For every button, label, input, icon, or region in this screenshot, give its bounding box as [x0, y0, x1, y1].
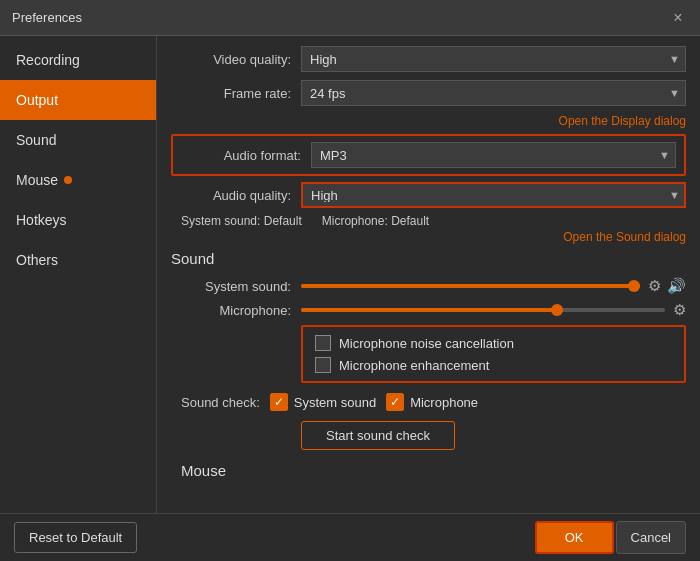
video-quality-select-wrapper: High ▼ [301, 46, 686, 72]
system-sound-slider-row: System sound: ⚙ 🔊 [171, 277, 686, 295]
sidebar-item-label: Others [16, 252, 58, 268]
open-sound-dialog-link[interactable]: Open the Sound dialog [171, 230, 686, 244]
speaker-icon[interactable]: 🔊 [667, 277, 686, 295]
main-area: Recording Output Sound Mouse Hotkeys Oth… [0, 36, 700, 513]
cancel-button[interactable]: Cancel [616, 521, 686, 554]
sidebar-item-others[interactable]: Others [0, 240, 156, 280]
system-sound-status-label: System sound: Default [181, 214, 302, 228]
audio-quality-select-wrapper: High ▼ [301, 182, 686, 208]
microphone-slider-label: Microphone: [171, 303, 291, 318]
system-sound-slider-track[interactable] [301, 284, 640, 288]
frame-rate-row: Frame rate: 24 fps ▼ [171, 80, 686, 106]
system-sound-slider-label: System sound: [171, 279, 291, 294]
sidebar: Recording Output Sound Mouse Hotkeys Oth… [0, 36, 157, 513]
audio-quality-label: Audio quality: [171, 188, 291, 203]
audio-quality-row: Audio quality: High ▼ [171, 182, 686, 208]
footer: Reset to Default OK Cancel [0, 513, 700, 561]
reset-to-default-button[interactable]: Reset to Default [14, 522, 137, 553]
sidebar-item-output[interactable]: Output [0, 80, 156, 120]
enhancement-label: Microphone enhancement [339, 358, 489, 373]
footer-buttons: OK Cancel [535, 521, 686, 554]
system-sound-slider-thumb [628, 280, 640, 292]
gear-icon[interactable]: ⚙ [648, 277, 661, 295]
microphone-slider-thumb [551, 304, 563, 316]
frame-rate-label: Frame rate: [171, 86, 291, 101]
system-sound-check-item: ✓ System sound [270, 393, 376, 411]
sidebar-item-label: Mouse [16, 172, 58, 188]
open-display-dialog-link[interactable]: Open the Display dialog [171, 114, 686, 128]
sidebar-item-label: Output [16, 92, 58, 108]
microphone-slider-row: Microphone: ⚙ [171, 301, 686, 319]
microphone-checked[interactable]: ✓ [386, 393, 404, 411]
ok-button[interactable]: OK [535, 521, 614, 554]
content-area: Video quality: High ▼ Frame rate: 24 fps… [157, 36, 700, 513]
gear-icon[interactable]: ⚙ [673, 301, 686, 319]
audio-quality-select[interactable]: High [301, 182, 686, 208]
audio-format-row: Audio format: MP3 ▼ [181, 142, 676, 168]
system-sound-check-label: System sound [294, 395, 376, 410]
video-quality-select[interactable]: High [301, 46, 686, 72]
noise-cancellation-row: Microphone noise cancellation [315, 335, 672, 351]
sidebar-item-hotkeys[interactable]: Hotkeys [0, 200, 156, 240]
preferences-window: Preferences × Recording Output Sound Mou… [0, 0, 700, 561]
sidebar-item-label: Recording [16, 52, 80, 68]
close-button[interactable]: × [668, 8, 688, 28]
noise-cancellation-label: Microphone noise cancellation [339, 336, 514, 351]
sidebar-item-mouse[interactable]: Mouse [0, 160, 156, 200]
frame-rate-select[interactable]: 24 fps [301, 80, 686, 106]
sidebar-item-label: Sound [16, 132, 56, 148]
start-sound-check-button[interactable]: Start sound check [301, 421, 455, 450]
audio-format-select[interactable]: MP3 [311, 142, 676, 168]
audio-format-select-wrapper: MP3 ▼ [311, 142, 676, 168]
sidebar-item-recording[interactable]: Recording [0, 40, 156, 80]
microphone-check-item: ✓ Microphone [386, 393, 478, 411]
sound-check-row: Sound check: ✓ System sound ✓ Microphone [181, 393, 686, 411]
video-quality-label: Video quality: [171, 52, 291, 67]
mouse-section-title: Mouse [181, 462, 686, 479]
mouse-dot-indicator [64, 176, 72, 184]
sound-status-line: System sound: Default Microphone: Defaul… [171, 214, 686, 228]
enhancement-row: Microphone enhancement [315, 357, 672, 373]
noise-cancellation-checkbox[interactable] [315, 335, 331, 351]
sidebar-item-label: Hotkeys [16, 212, 67, 228]
audio-format-wrapper: Audio format: MP3 ▼ [171, 134, 686, 176]
sound-check-label: Sound check: [181, 395, 260, 410]
microphone-slider-icons: ⚙ [673, 301, 686, 319]
microphone-check-label: Microphone [410, 395, 478, 410]
sidebar-item-sound[interactable]: Sound [0, 120, 156, 160]
title-bar: Preferences × [0, 0, 700, 36]
system-sound-slider-fill [301, 284, 640, 288]
microphone-options-section: Microphone noise cancellation Microphone… [301, 325, 686, 383]
video-quality-row: Video quality: High ▼ [171, 46, 686, 72]
system-sound-checked[interactable]: ✓ [270, 393, 288, 411]
audio-format-label: Audio format: [181, 148, 301, 163]
window-title: Preferences [12, 10, 82, 25]
microphone-slider-track[interactable] [301, 308, 665, 312]
enhancement-checkbox[interactable] [315, 357, 331, 373]
microphone-slider-fill [301, 308, 563, 312]
sound-section-title: Sound [171, 250, 686, 267]
system-sound-slider-icons: ⚙ 🔊 [648, 277, 686, 295]
microphone-status-label: Microphone: Default [322, 214, 429, 228]
frame-rate-select-wrapper: 24 fps ▼ [301, 80, 686, 106]
